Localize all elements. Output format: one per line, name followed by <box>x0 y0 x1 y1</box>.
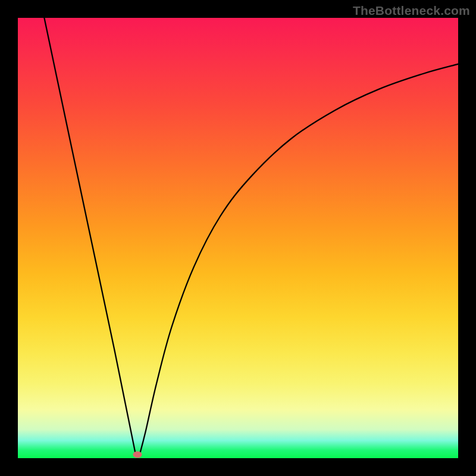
chart-stage: TheBottleneck.com <box>0 0 476 476</box>
minimum-marker <box>133 452 142 458</box>
right-branch-curve <box>139 64 458 456</box>
curve-layer <box>18 18 458 458</box>
left-branch-curve <box>44 18 136 456</box>
plot-area <box>18 18 458 458</box>
watermark-text: TheBottleneck.com <box>353 4 470 18</box>
